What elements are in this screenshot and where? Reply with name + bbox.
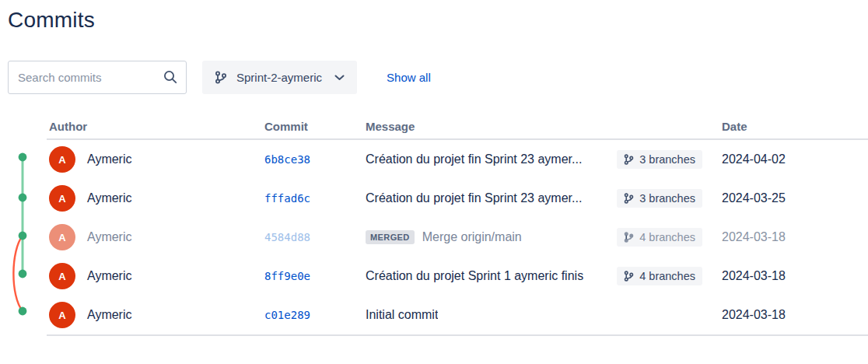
table-header-row: Author Commit Message Date	[47, 114, 868, 140]
graph-commit-dot	[19, 307, 27, 316]
graph-commit-dot	[19, 270, 27, 278]
git-branch-icon	[624, 193, 634, 204]
git-branch-icon	[624, 271, 634, 282]
message-cell: Création du projet fin Sprint 23 aymer..…	[366, 150, 716, 169]
commit-date: 2024-03-18	[716, 230, 868, 244]
author-name: Aymeric	[87, 230, 132, 244]
table-row: A Aymeric fffad6c Création du projet fin…	[47, 179, 868, 218]
branches-badge[interactable]: 4 branches	[617, 267, 702, 285]
commit-message: Merge origin/main	[422, 230, 522, 244]
commit-cell: 4584d88	[264, 230, 366, 244]
avatar[interactable]: A	[49, 146, 75, 173]
search-commits-field	[8, 61, 187, 94]
git-branch-icon	[624, 232, 634, 243]
commit-hash-link[interactable]: c01e289	[264, 309, 310, 321]
author-cell: A Aymeric	[47, 263, 264, 289]
table-row: A Aymeric 6b8ce38 Création du projet fin…	[47, 140, 868, 179]
toolbar: Sprint-2-aymeric Show all	[8, 61, 431, 94]
branches-count: 3 branches	[639, 153, 695, 166]
commit-cell: c01e289	[264, 308, 366, 322]
commits-page: Commits Sprint-2-aymeric Show all	[0, 0, 868, 364]
graph-commit-dot	[19, 232, 27, 240]
author-cell: A Aymeric	[47, 146, 264, 173]
graph-commit-dot	[19, 153, 27, 162]
branches-badge[interactable]: 3 branches	[617, 150, 702, 169]
commit-message: Création du projet fin Sprint 23 aymer..…	[366, 152, 582, 166]
chevron-down-icon	[334, 75, 345, 81]
merged-status-badge: MERGED	[366, 230, 415, 244]
commit-hash-link[interactable]: 8ff9e0e	[264, 270, 310, 282]
avatar[interactable]: A	[49, 224, 75, 250]
commit-hash-link[interactable]: fffad6c	[264, 192, 310, 205]
show-all-link[interactable]: Show all	[387, 71, 431, 84]
author-cell: A Aymeric	[47, 224, 264, 250]
table-body: A Aymeric 6b8ce38 Création du projet fin…	[47, 140, 868, 336]
author-cell: A Aymeric	[47, 302, 264, 328]
column-header-commit: Commit	[264, 120, 366, 133]
message-cell: Initial commit	[366, 308, 716, 322]
commit-message: Création du projet Sprint 1 aymeric fini…	[366, 269, 583, 283]
commit-cell: 8ff9e0e	[264, 269, 366, 283]
column-header-date: Date	[716, 120, 868, 133]
avatar[interactable]: A	[49, 302, 75, 328]
table-row: A Aymeric 8ff9e0e Création du projet Spr…	[47, 257, 868, 296]
message-cell: Création du projet fin Sprint 23 aymer..…	[366, 189, 716, 208]
author-name: Aymeric	[87, 191, 132, 205]
git-branch-icon	[215, 71, 227, 84]
table-row: A Aymeric 4584d88 MERGED Merge origin/ma…	[47, 218, 868, 257]
commit-message: Création du projet fin Sprint 23 aymer..…	[366, 191, 582, 205]
branches-badge[interactable]: 3 branches	[617, 189, 702, 208]
commit-date: 2024-03-25	[716, 191, 868, 205]
author-name: Aymeric	[87, 308, 132, 322]
branches-count: 4 branches	[639, 231, 695, 243]
author-name: Aymeric	[87, 269, 132, 283]
page-title: Commits	[0, 0, 868, 33]
author-cell: A Aymeric	[47, 185, 264, 212]
branches-count: 3 branches	[639, 192, 695, 205]
commit-date: 2024-04-02	[716, 152, 868, 166]
commit-message: Initial commit	[366, 308, 438, 322]
author-name: Aymeric	[87, 152, 132, 166]
column-header-message: Message	[366, 120, 716, 133]
graph-commit-dot	[19, 194, 27, 202]
commit-hash-link[interactable]: 4584d88	[264, 231, 310, 243]
commit-graph	[0, 140, 47, 334]
commits-table: Author Commit Message Date A Aymeric 6b8…	[0, 114, 868, 336]
table-row: A Aymeric c01e289 Initial commit	[47, 296, 868, 334]
message-cell: MERGED Merge origin/main 4 branches	[366, 228, 716, 247]
commit-hash-link[interactable]: 6b8ce38	[264, 153, 310, 166]
column-header-author: Author	[47, 120, 264, 133]
branches-badge[interactable]: 4 branches	[617, 228, 702, 247]
branches-count: 4 branches	[639, 270, 695, 282]
avatar[interactable]: A	[49, 185, 75, 212]
message-cell: Création du projet Sprint 1 aymeric fini…	[366, 267, 716, 285]
branch-selector-label: Sprint-2-aymeric	[235, 71, 324, 84]
avatar[interactable]: A	[49, 263, 75, 289]
commit-date: 2024-03-18	[716, 308, 868, 322]
commit-date: 2024-03-18	[716, 269, 868, 283]
commit-cell: fffad6c	[264, 191, 366, 205]
commit-cell: 6b8ce38	[264, 152, 366, 166]
search-icon	[163, 70, 177, 84]
branch-selector-dropdown[interactable]: Sprint-2-aymeric	[202, 61, 357, 94]
search-input[interactable]	[8, 61, 187, 94]
git-branch-icon	[624, 154, 634, 165]
